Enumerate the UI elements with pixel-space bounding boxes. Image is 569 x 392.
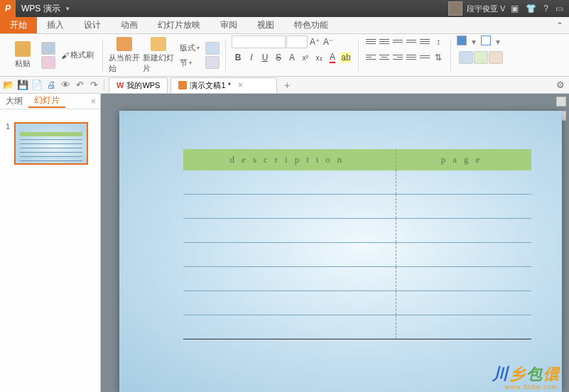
table-cell[interactable] bbox=[183, 243, 396, 266]
document-name: 演示文稿1 * bbox=[190, 80, 230, 91]
format-painter-button[interactable]: 🖌 格式刷 bbox=[58, 48, 97, 62]
skin-icon[interactable]: ▣ bbox=[509, 4, 520, 13]
text-direction-button[interactable]: ↕ bbox=[432, 36, 445, 48]
close-tab-icon[interactable]: × bbox=[234, 80, 243, 90]
shapes-button[interactable] bbox=[459, 51, 473, 64]
table-cell[interactable] bbox=[396, 267, 531, 290]
font-name-select[interactable] bbox=[232, 36, 286, 48]
tab-document[interactable]: 演示文稿1 * × bbox=[170, 77, 277, 93]
increase-indent-button[interactable] bbox=[405, 36, 418, 47]
arrange-button[interactable] bbox=[474, 51, 488, 64]
underline-button[interactable]: U bbox=[259, 51, 271, 64]
align-left-button[interactable] bbox=[364, 51, 377, 62]
new-slide-button[interactable]: 新建幻灯片 bbox=[143, 37, 174, 74]
help-icon[interactable]: ? bbox=[542, 4, 550, 13]
numbering-button[interactable] bbox=[378, 36, 391, 47]
user-avatar[interactable] bbox=[448, 1, 462, 16]
tab-view[interactable]: 视图 bbox=[247, 17, 284, 33]
print-preview-icon[interactable]: 👁 bbox=[60, 80, 71, 91]
italic-button[interactable]: I bbox=[245, 51, 258, 64]
align-right-button[interactable] bbox=[391, 51, 404, 62]
wps-logo-icon: W bbox=[116, 81, 124, 89]
shape-outline-dropdown[interactable]: ▾ bbox=[492, 36, 504, 48]
reset-button[interactable] bbox=[205, 42, 220, 55]
tab-start[interactable]: 开始 bbox=[0, 17, 37, 33]
increase-font-button[interactable]: A⁺ bbox=[308, 36, 321, 48]
align-center-button[interactable] bbox=[378, 51, 391, 62]
collapse-ribbon-icon[interactable]: ⌃ bbox=[551, 17, 569, 33]
table-cell[interactable] bbox=[183, 195, 396, 218]
table-cell[interactable] bbox=[396, 243, 531, 266]
user-name[interactable]: 段宇俊亚 V bbox=[467, 4, 505, 14]
font-size-select[interactable] bbox=[286, 36, 308, 48]
bullets-button[interactable] bbox=[364, 36, 377, 47]
line-spacing-button[interactable] bbox=[418, 36, 431, 47]
app-menu-caret-icon[interactable]: ▾ bbox=[66, 5, 75, 12]
tab-review[interactable]: 审阅 bbox=[210, 17, 247, 33]
table-cell[interactable] bbox=[183, 219, 396, 242]
bold-button[interactable]: B bbox=[232, 51, 244, 64]
align-justify-button[interactable] bbox=[405, 51, 418, 62]
ppt-file-icon bbox=[178, 81, 187, 89]
columns-button[interactable] bbox=[418, 51, 431, 62]
shape-outline-button[interactable] bbox=[481, 36, 491, 45]
save-icon[interactable]: 💾 bbox=[17, 80, 28, 91]
table-cell[interactable] bbox=[183, 291, 396, 315]
slide-1[interactable]: description page bbox=[119, 111, 562, 392]
close-panel-icon[interactable]: × bbox=[87, 97, 100, 107]
cut-button[interactable] bbox=[41, 42, 55, 55]
sidebar-tool-1[interactable] bbox=[556, 97, 566, 107]
outline-tab[interactable]: 大纲 bbox=[0, 95, 28, 107]
table-cell[interactable] bbox=[183, 315, 396, 339]
superscript-button[interactable]: x² bbox=[299, 51, 312, 64]
table-cell[interactable] bbox=[183, 170, 396, 194]
slides-tab[interactable]: 幻灯片 bbox=[28, 94, 65, 108]
quick-styles-button[interactable] bbox=[489, 51, 503, 64]
tab-my-wps[interactable]: W 我的WPS bbox=[109, 77, 168, 93]
table-cell[interactable] bbox=[396, 195, 531, 218]
export-pdf-icon[interactable]: 📄 bbox=[31, 80, 43, 91]
align-vertical-button[interactable]: ⇅ bbox=[432, 51, 445, 64]
decrease-font-button[interactable]: A⁻ bbox=[322, 36, 335, 48]
open-folder-icon[interactable]: 📂 bbox=[3, 80, 14, 91]
paste-button[interactable]: 粘贴 bbox=[7, 37, 38, 74]
new-tab-button[interactable]: + bbox=[280, 80, 294, 91]
layout-button[interactable]: 版式▾ bbox=[177, 41, 202, 55]
table-cell[interactable] bbox=[396, 170, 531, 194]
slide-panel: 大纲 幻灯片 × 1 bbox=[0, 94, 101, 392]
tab-animation[interactable]: 动画 bbox=[111, 17, 148, 33]
print-icon[interactable]: 🖨 bbox=[45, 80, 57, 91]
strike-button[interactable]: S bbox=[272, 51, 285, 64]
table-cell[interactable] bbox=[396, 315, 531, 339]
table-cell[interactable] bbox=[183, 267, 396, 290]
table-header-page[interactable]: page bbox=[396, 149, 531, 170]
shadow-button[interactable]: A bbox=[286, 51, 298, 64]
section-button[interactable]: 节▾ bbox=[177, 56, 202, 70]
shape-fill-dropdown[interactable]: ▾ bbox=[467, 36, 480, 48]
undo-icon[interactable]: ↶ bbox=[74, 80, 85, 91]
slide-canvas-area[interactable]: description page bbox=[101, 94, 569, 392]
slide-thumbnail-1[interactable] bbox=[14, 122, 88, 165]
subscript-button[interactable]: x₂ bbox=[313, 51, 325, 64]
tab-design[interactable]: 设计 bbox=[74, 17, 111, 33]
redo-icon[interactable]: ↷ bbox=[88, 80, 99, 91]
tab-special[interactable]: 特色功能 bbox=[284, 17, 338, 33]
copy-button[interactable] bbox=[41, 56, 55, 69]
layout-grid-button[interactable] bbox=[205, 56, 220, 69]
slide-table[interactable]: description page bbox=[183, 149, 531, 339]
from-current-button[interactable]: 从当前开始 bbox=[109, 37, 140, 74]
tshirt-icon[interactable]: 👕 bbox=[524, 4, 538, 13]
settings-icon[interactable]: ⚙ bbox=[555, 80, 566, 91]
tab-insert[interactable]: 插入 bbox=[37, 17, 74, 33]
decrease-indent-button[interactable] bbox=[391, 36, 404, 47]
table-cell[interactable] bbox=[396, 291, 531, 315]
font-color-button[interactable]: A bbox=[326, 51, 339, 64]
ribbon: 粘贴 🖌 格式刷 从当前开始 新建幻灯片 版式▾ 节▾ bbox=[0, 34, 569, 77]
highlight-button[interactable]: ab bbox=[340, 51, 352, 64]
min-restore-icon[interactable]: ▭ bbox=[554, 4, 565, 13]
table-header-description[interactable]: description bbox=[183, 149, 396, 170]
shape-fill-button[interactable] bbox=[457, 36, 467, 45]
table-cell[interactable] bbox=[396, 219, 531, 242]
tab-slideshow[interactable]: 幻灯片放映 bbox=[148, 17, 210, 33]
quick-access-toolbar: 📂 💾 📄 🖨 👁 ↶ ↷ W 我的WPS 演示文稿1 * × + ⚙ bbox=[0, 77, 569, 94]
